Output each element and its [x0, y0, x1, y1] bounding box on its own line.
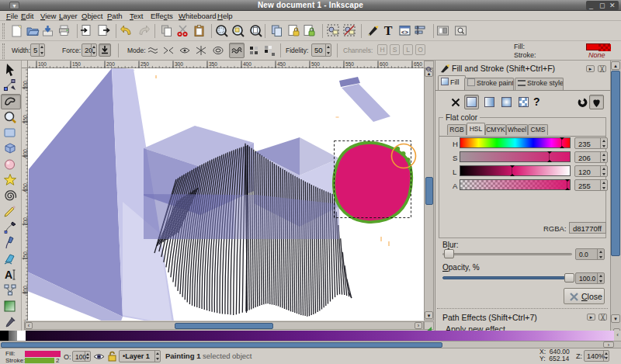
svg-text:750: 750	[23, 251, 28, 260]
svg-text:500: 500	[23, 81, 28, 89]
svg-text:100: 100	[38, 61, 47, 67]
svg-text:650: 650	[414, 61, 422, 67]
svg-text:400: 400	[243, 61, 252, 67]
svg-text:600: 600	[23, 149, 28, 158]
svg-text:250: 250	[141, 61, 149, 67]
svg-text:A: A	[5, 269, 12, 281]
svg-text:350: 350	[209, 61, 217, 67]
svg-text:800: 800	[23, 286, 28, 294]
svg-text:850: 850	[23, 320, 28, 321]
svg-text:550: 550	[345, 61, 354, 67]
svg-text:200: 200	[106, 61, 115, 67]
svg-text:700: 700	[23, 217, 28, 226]
svg-text:650: 650	[23, 183, 28, 192]
svg-text:450: 450	[277, 61, 286, 67]
svg-text:550: 550	[23, 115, 28, 123]
svg-text:T: T	[384, 24, 393, 37]
svg-text:<>: <>	[401, 29, 408, 36]
svg-text:150: 150	[72, 61, 81, 67]
svg-text:500: 500	[311, 61, 320, 67]
svg-text:300: 300	[175, 61, 183, 67]
svg-text:600: 600	[380, 61, 388, 67]
